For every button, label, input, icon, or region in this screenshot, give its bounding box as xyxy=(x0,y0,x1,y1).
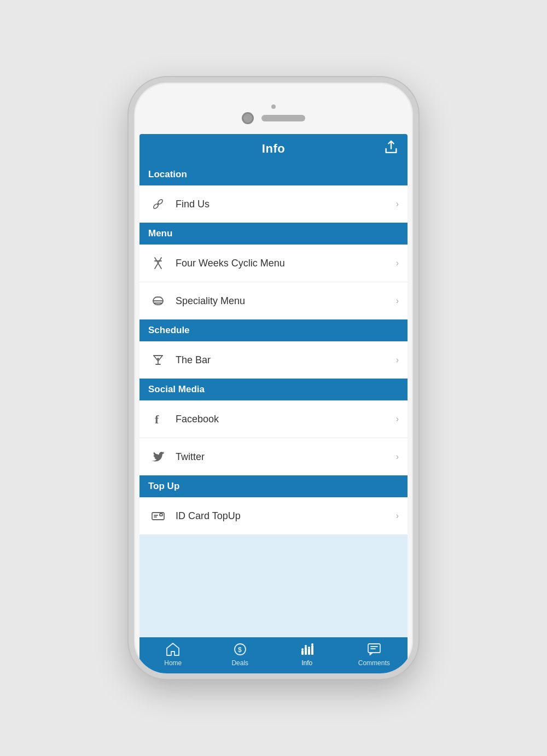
facebook-icon: f xyxy=(148,409,168,429)
section-header-top-up: Top Up xyxy=(139,475,408,497)
app-header: Info xyxy=(139,134,408,164)
twitter-label: Twitter xyxy=(176,451,392,463)
share-icon xyxy=(383,140,399,155)
facebook-label: Facebook xyxy=(176,414,392,425)
tab-deals[interactable]: $ Deals xyxy=(207,642,274,667)
twitter-svg xyxy=(150,449,166,464)
chevron-icon: › xyxy=(396,258,399,268)
tab-info-label: Info xyxy=(301,659,312,667)
tab-home[interactable]: Home xyxy=(139,642,207,667)
chevron-icon: › xyxy=(396,296,399,306)
list-item-speciality-menu[interactable]: Speciality Menu › xyxy=(139,282,408,319)
twitter-icon xyxy=(148,447,168,467)
tab-comments[interactable]: Comments xyxy=(341,642,408,667)
chevron-icon: › xyxy=(396,452,399,462)
svg-point-23 xyxy=(305,645,307,647)
tab-deals-label: Deals xyxy=(231,659,248,667)
list-item-the-bar[interactable]: The Bar › xyxy=(139,341,408,379)
svg-point-22 xyxy=(301,648,304,650)
list-item-cyclic-menu[interactable]: Four Weeks Cyclic Menu › xyxy=(139,245,408,282)
section-top-up: Top Up ID Card TopUp › xyxy=(139,475,408,534)
camera-lens xyxy=(242,112,254,124)
cocktail-svg xyxy=(150,352,166,368)
cocktail-icon xyxy=(148,350,168,370)
svg-rect-26 xyxy=(368,644,380,653)
svg-point-25 xyxy=(311,643,313,645)
section-schedule: Schedule The Bar › xyxy=(139,319,408,379)
chevron-icon: › xyxy=(396,355,399,365)
section-header-social-media: Social Media xyxy=(139,379,408,400)
svg-text:$: $ xyxy=(238,646,242,654)
section-location: Location Find Us › xyxy=(139,164,408,223)
the-bar-label: The Bar xyxy=(176,354,392,366)
svg-rect-21 xyxy=(311,645,313,655)
section-header-location: Location xyxy=(139,164,408,185)
id-card-svg xyxy=(150,508,166,524)
chevron-icon: › xyxy=(396,511,399,521)
comments-icon xyxy=(366,642,382,657)
info-tab-icon xyxy=(299,642,315,657)
phone-screen: Info Location xyxy=(139,134,408,673)
id-card-topup-label: ID Card TopUp xyxy=(176,510,392,522)
phone-frame: Info Location xyxy=(129,77,418,679)
front-camera xyxy=(271,104,276,109)
chevron-icon: › xyxy=(396,414,399,424)
list-item-find-us[interactable]: Find Us › xyxy=(139,185,408,223)
empty-content-area xyxy=(139,534,408,637)
facebook-svg: f xyxy=(150,411,166,427)
svg-point-24 xyxy=(308,647,310,649)
svg-point-10 xyxy=(158,358,159,359)
camera-row xyxy=(242,112,305,124)
list-item-facebook[interactable]: f Facebook › xyxy=(139,400,408,438)
tab-comments-label: Comments xyxy=(358,659,390,667)
find-us-icon xyxy=(150,196,166,212)
list-item-id-card-topup[interactable]: ID Card TopUp › xyxy=(139,497,408,534)
chevron-icon: › xyxy=(396,199,399,209)
burger-icon xyxy=(148,291,168,311)
card-icon xyxy=(148,506,168,526)
phone-top xyxy=(134,99,413,134)
section-header-menu: Menu xyxy=(139,223,408,245)
list-item-twitter[interactable]: Twitter › xyxy=(139,438,408,475)
deals-icon: $ xyxy=(232,642,248,657)
section-social-media: Social Media f Facebook › Twitter › xyxy=(139,379,408,475)
tab-home-label: Home xyxy=(164,659,182,667)
speciality-menu-label: Speciality Menu xyxy=(176,295,392,307)
share-button[interactable] xyxy=(383,140,399,158)
bandaid-icon xyxy=(148,194,168,214)
section-menu: Menu Four Weeks Cyclic Menu › xyxy=(139,223,408,319)
section-header-schedule: Schedule xyxy=(139,319,408,341)
home-icon xyxy=(165,642,181,657)
speaker-grille xyxy=(261,115,305,121)
burger-svg xyxy=(150,293,166,309)
svg-rect-18 xyxy=(301,650,304,655)
svg-rect-20 xyxy=(308,649,310,655)
svg-rect-15 xyxy=(160,514,162,516)
tab-info[interactable]: Info xyxy=(274,642,341,667)
cutlery-svg xyxy=(150,255,166,271)
tab-bar: Home $ Deals xyxy=(139,637,408,673)
cutlery-icon xyxy=(148,253,168,273)
svg-rect-19 xyxy=(305,647,307,655)
app-header-title: Info xyxy=(262,142,285,156)
cyclic-menu-label: Four Weeks Cyclic Menu xyxy=(176,258,392,269)
svg-text:f: f xyxy=(155,412,159,426)
find-us-label: Find Us xyxy=(176,199,392,210)
